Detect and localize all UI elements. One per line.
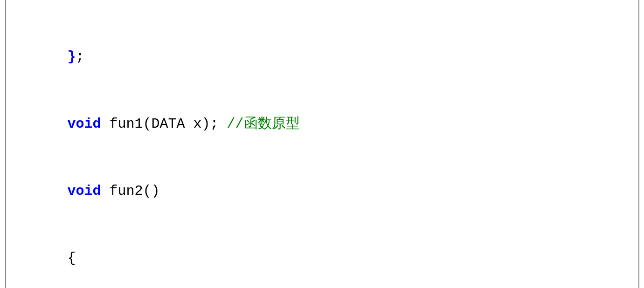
code-line-4: }; — [17, 23, 627, 90]
keyword-void-1: void — [68, 116, 101, 132]
code-line-3: char name[10]; //数组成员 — [17, 0, 627, 23]
plain-fun2: fun2() — [101, 183, 160, 199]
plain-semicolon: ; — [76, 49, 84, 65]
code-line-6: void fun2() — [17, 158, 627, 225]
main-container: 将结构体对象作为函数实参传递到函数中，采用值传递方式。例如： struct DA… — [5, 0, 639, 288]
code-line-7: { — [17, 225, 627, 288]
plain-brace-open: { — [68, 250, 76, 266]
code-line-5: void fun1(DATA x); //函数原型 — [17, 90, 627, 158]
plain-fun1: fun1(DATA x); — [101, 116, 227, 132]
keyword-void-2: void — [68, 183, 101, 199]
code-block: struct DATA { int data; //整型成员 char name… — [5, 0, 639, 288]
comment-fun1-proto: //函数原型 — [227, 116, 300, 132]
keyword-struct-close: } — [68, 49, 76, 65]
